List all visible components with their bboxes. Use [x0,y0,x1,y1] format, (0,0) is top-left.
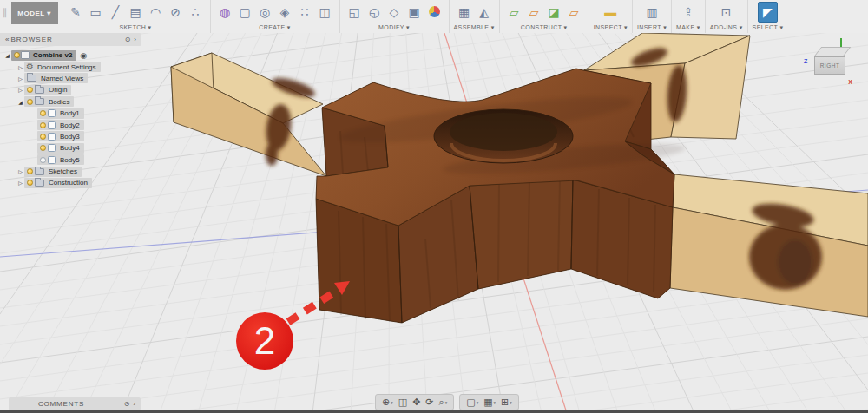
tree-item-document-settings[interactable]: ▷⚙Document Settings [0,61,148,72]
tree-item-combine-v2[interactable]: ◢Combine v2◉ [0,49,148,61]
create-form-icon[interactable]: ◍ [215,2,235,23]
viewports-icon[interactable]: ⊞▾ [498,397,515,408]
visibility-bulb-icon[interactable] [40,157,46,163]
tree-item-body2[interactable]: Body2 [0,119,148,130]
look-at-icon[interactable]: ◫ [396,397,410,408]
browser-header[interactable]: « BROWSER ⊙ › [0,33,141,46]
box-icon[interactable]: ▢ [235,2,255,23]
toolbar-group-label[interactable]: CONSTRUCT ▾ [521,23,568,32]
tree-item-chip[interactable]: Origin [24,85,71,95]
toolbar-group-label[interactable]: ADD-INS ▾ [710,23,743,32]
beam-upper-left[interactable] [171,53,326,176]
browser-options-icon[interactable]: ⊙ [123,36,133,43]
tree-item-bodies[interactable]: ◢Bodies [0,96,148,108]
tree-item-chip[interactable]: ⚙Document Settings [24,62,101,72]
tree-item-chip[interactable]: Body2 [37,120,84,130]
visibility-bulb-icon[interactable] [27,99,33,105]
revolve-icon[interactable]: ◈ [275,2,295,23]
toolbar-group-label[interactable]: SKETCH ▾ [119,23,151,32]
tree-item-chip[interactable]: Named Views [24,73,88,83]
sketch-pattern-icon[interactable]: ∴ [186,2,206,23]
expand-arrow-icon[interactable]: ▷ [16,168,24,174]
viewcube-front-face[interactable]: RIGHT [814,56,845,75]
collapse-arrow-icon[interactable]: ◢ [3,52,11,58]
cylinder-icon[interactable]: ◎ [255,2,275,23]
zoom-icon[interactable]: ⌕▾ [437,397,450,408]
expand-arrow-icon[interactable]: ▷ [16,180,24,186]
toolbar-group-label[interactable]: MAKE ▾ [676,23,700,32]
collapse-arrow-icon[interactable]: ◢ [16,99,24,105]
toolbar-group-label[interactable]: MODIFY ▾ [378,23,410,32]
circle-icon[interactable]: ⊘ [166,2,186,23]
activate-component-icon[interactable]: ◉ [80,51,87,60]
comments-expand-icon[interactable]: › [131,400,137,408]
tree-item-origin[interactable]: ▷Origin [0,84,148,95]
toolbar-group-label[interactable]: INSPECT ▾ [594,23,628,32]
rectangle-icon[interactable]: ▭ [86,2,106,23]
angled-plane-icon[interactable]: ▱ [524,2,544,23]
beam-lower-right[interactable] [670,174,868,317]
visibility-bulb-icon[interactable] [40,122,46,128]
toolbar-group-label[interactable]: SELECT ▾ [753,23,784,32]
viewport-3d[interactable]: 2 RIGHT Z X « BROWSER ⊙ › ◢Combine v2◉▷⚙… [0,33,868,413]
browser-expand-icon[interactable]: › [132,36,138,43]
tree-item-chip[interactable]: Body5 [37,154,84,165]
arc-icon[interactable]: ◠ [146,2,166,23]
mirror-icon[interactable]: ◫ [315,2,335,23]
3d-print-icon[interactable]: ⇪ [678,2,698,23]
scripts-addins-icon[interactable]: ⊡ [716,2,736,23]
visibility-bulb-icon[interactable] [14,52,20,58]
comments-bar[interactable]: COMMENTS ⊙ › [9,397,141,410]
offset-plane-icon[interactable]: ▱ [504,2,524,23]
pattern-icon[interactable]: ∷ [295,2,315,23]
view-cube[interactable]: RIGHT Z X [804,38,859,87]
measure-icon[interactable]: ▬ [601,2,621,23]
visibility-bulb-icon[interactable] [40,145,46,151]
tree-item-chip[interactable]: Body4 [37,143,84,154]
viewcube-top-face[interactable] [814,47,852,56]
expand-arrow-icon[interactable]: ▷ [16,87,24,93]
select-tool-icon[interactable]: ◤ [758,2,778,23]
tree-item-chip[interactable]: Combine v2 [11,50,76,61]
project-icon[interactable]: ▤ [126,2,146,23]
tree-item-body5[interactable]: Body5 [0,154,148,166]
fillet-icon[interactable]: ◵ [365,2,385,23]
appearance-icon[interactable] [424,2,444,23]
tree-item-construction[interactable]: ▷Construction [0,177,148,188]
expand-arrow-icon[interactable]: ▷ [16,75,24,82]
new-component-icon[interactable]: ▦ [454,2,474,23]
tree-item-chip[interactable]: Bodies [24,96,74,107]
pan-icon[interactable]: ✥ [410,397,423,408]
construction-axis-icon[interactable]: ◪ [544,2,564,23]
constrained-orbit-icon[interactable]: ⟳ [423,397,436,408]
display-settings-icon[interactable]: ▢▾ [464,397,481,408]
press-pull-icon[interactable]: ◱ [345,2,365,23]
toolbar-grip-icon[interactable]: ∥ [0,0,10,18]
shell-icon[interactable]: ▣ [404,2,424,23]
construction-point-icon[interactable]: ▱ [564,2,584,23]
visibility-bulb-icon[interactable] [40,134,46,140]
tree-item-sketches[interactable]: ▷Sketches [0,166,148,177]
chamfer-icon[interactable]: ◇ [385,2,404,23]
visibility-bulb-icon[interactable] [27,87,33,93]
toolbar-group-label[interactable]: INSERT ▾ [637,23,667,32]
tree-item-chip[interactable]: Construction [24,178,92,188]
tree-item-chip[interactable]: Sketches [24,167,82,177]
tree-item-body3[interactable]: Body3 [0,131,148,142]
tree-item-body1[interactable]: Body1 [0,108,148,119]
insert-image-icon[interactable]: ▥ [642,2,662,23]
toolbar-group-label[interactable]: CREATE ▾ [259,23,291,32]
tree-item-named-views[interactable]: ▷Named Views [0,73,148,84]
model-menu-button[interactable]: MODEL ▾ [11,2,58,24]
orbit-icon[interactable]: ⊕▾ [379,397,396,408]
expand-arrow-icon[interactable]: ▷ [16,64,24,70]
browser-collapse-icon[interactable]: « [3,36,10,43]
tree-item-chip[interactable]: Body1 [37,108,84,119]
joint-icon[interactable]: ◭ [474,2,494,23]
grid-and-snaps-icon[interactable]: ▦▾ [481,397,498,408]
comments-options-icon[interactable]: ⊙ [122,400,132,408]
visibility-bulb-icon[interactable] [27,180,33,186]
visibility-bulb-icon[interactable] [27,168,33,174]
tree-item-body4[interactable]: Body4 [0,142,148,154]
tree-item-chip[interactable]: Body3 [37,131,84,141]
